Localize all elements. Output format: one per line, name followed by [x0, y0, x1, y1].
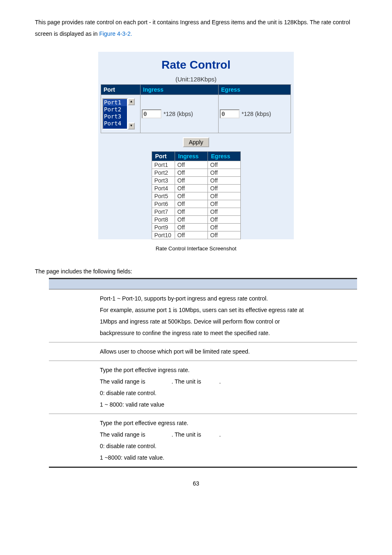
description-table: Port-1 ~ Port-10, supports by-port ingre…: [49, 278, 357, 468]
table-row: Port-1 ~ Port-10, supports by-port ingre…: [49, 289, 357, 342]
rate-control-unit: (Unit:128Kbps): [101, 76, 291, 84]
desc-text: Type the port effective egress rate.: [100, 417, 355, 429]
table-row: Port3OffOff: [152, 177, 240, 185]
desc-text: 1 ~8000: valid rate value.: [100, 452, 355, 463]
scroll-down-icon[interactable]: ▼: [128, 123, 135, 130]
table-row: Allows user to choose which port will be…: [49, 342, 357, 361]
table-row: Port8OffOff: [152, 216, 240, 224]
desc-head-cell: [98, 279, 357, 289]
desc-head-cell: [49, 279, 98, 289]
egress-input[interactable]: [220, 109, 240, 118]
desc-text: 1 ~ 8000: valid rate value: [100, 399, 355, 410]
table-row: Type the port effective ingress rate. Th…: [49, 361, 357, 414]
desc-text: Type the port effective ingress rate.: [100, 364, 355, 376]
table-row: Port10OffOff: [152, 231, 240, 239]
table-row: Port6OffOff: [152, 200, 240, 208]
table-row: Port5OffOff: [152, 192, 240, 200]
table-row: Port4OffOff: [152, 185, 240, 192]
desc-text: Allows user to choose which port will be…: [98, 342, 357, 361]
status-header-port: Port: [152, 152, 175, 161]
figure-link[interactable]: Figure 4-3-2.: [99, 30, 132, 37]
header-egress: Egress: [219, 85, 291, 95]
desc-text: For example, assume port 1 is 10Mbps, us…: [100, 304, 355, 316]
port-option[interactable]: Port4: [103, 120, 127, 127]
port-option[interactable]: Port1: [103, 99, 127, 106]
port-select[interactable]: Port1 Port2 Port3 Port4: [102, 98, 128, 130]
desc-text: backpressure to confine the ingress rate…: [100, 327, 355, 339]
egress-unit-label: *128 (kbps): [240, 111, 271, 117]
desc-text: The valid range is . The unit is .: [100, 376, 355, 387]
intro-paragraph: This page provides rate control on each …: [35, 16, 357, 39]
table-row: Port2OffOff: [152, 169, 240, 177]
scroll-up-icon[interactable]: ▲: [128, 98, 135, 105]
status-header-egress: Egress: [208, 152, 240, 161]
desc-text: 0: disable rate control.: [100, 387, 355, 399]
rate-control-panel: Rate Control (Unit:128Kbps) Port Ingress…: [98, 52, 294, 239]
fields-intro: The page includes the following fields:: [35, 268, 357, 275]
desc-text: 0: disable rate control.: [100, 440, 355, 452]
rate-control-title: Rate Control: [101, 57, 291, 76]
table-row: Type the port effective egress rate. The…: [49, 414, 357, 467]
apply-button[interactable]: Apply: [183, 137, 209, 147]
port-option[interactable]: Port2: [103, 106, 127, 113]
intro-text: This page provides rate control on each …: [35, 19, 350, 37]
table-row: Port9OffOff: [152, 224, 240, 231]
ingress-input[interactable]: [142, 109, 161, 118]
figure-caption: Rate Control Interface Screenshot: [35, 245, 357, 252]
desc-text: Port-1 ~ Port-10, supports by-port ingre…: [100, 293, 355, 304]
table-row: Port1OffOff: [152, 161, 240, 169]
desc-text: The valid range is . The unit is .: [100, 429, 355, 440]
status-header-ingress: Ingress: [175, 152, 208, 161]
page-number: 63: [35, 480, 357, 487]
desc-text: 1Mbps and ingress rate at 500Kbps. Devic…: [100, 316, 355, 327]
header-port: Port: [101, 85, 141, 95]
header-ingress: Ingress: [141, 85, 219, 95]
ingress-unit-label: *128 (kbps): [161, 111, 193, 117]
status-table: Port Ingress Egress Port1OffOff Port2Off…: [152, 151, 241, 239]
table-row: Port7OffOff: [152, 208, 240, 216]
port-option[interactable]: Port3: [103, 113, 127, 120]
